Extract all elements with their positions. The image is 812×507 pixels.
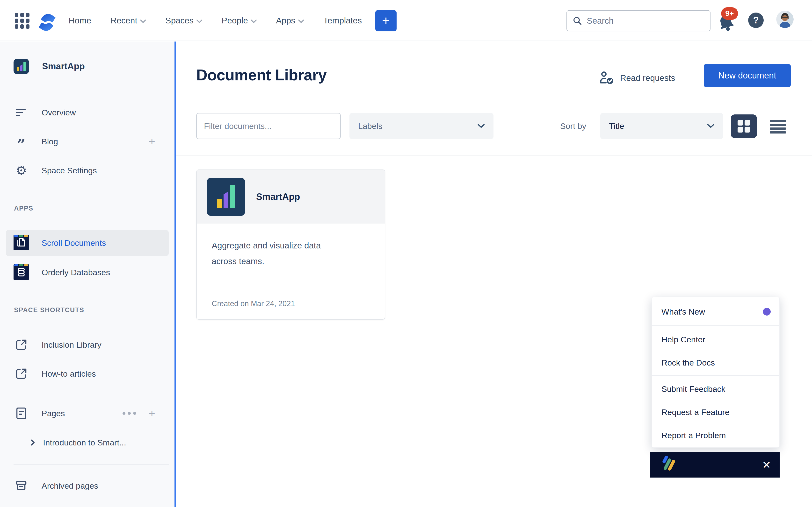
nav-spaces[interactable]: Spaces [165,16,202,25]
chevron-down-icon [298,19,304,23]
list-view-toggle[interactable] [770,120,786,133]
sort-by-label: Sort by [560,121,586,131]
external-link-icon [13,339,29,350]
primary-nav: Home Recent Spaces People Apps Templates [69,0,362,41]
filter-documents-input[interactable] [196,113,341,139]
document-card-body: Aggregate and visualize data across team… [197,224,385,320]
scroll-documents-icon [13,235,29,251]
nav-apps-label: Apps [276,16,295,25]
promo-banner: ✕ [650,452,779,477]
menu-item-request-a-feature[interactable]: Request a Feature [652,400,779,424]
sidebar-item-label: Blog [42,137,58,146]
document-title: SmartApp [256,192,300,202]
sidebar-item-blog[interactable]: ” Blog + [0,133,174,150]
search-icon [573,16,582,25]
chevron-down-icon [251,19,257,23]
create-button[interactable]: + [375,10,397,32]
new-indicator-dot [763,308,771,316]
close-icon[interactable]: ✕ [760,459,773,471]
sidebar-item-orderly-databases[interactable]: Orderly Databases [6,260,169,285]
chevron-down-icon [477,124,485,128]
labels-filter-dropdown[interactable]: Labels [349,113,494,139]
read-requests-button[interactable]: Read requests [600,69,675,87]
sidebar-item-howto-articles[interactable]: How-to articles [0,365,174,382]
read-requests-label: Read requests [620,73,675,83]
grid-view-icon [737,119,751,133]
nav-home[interactable]: Home [69,16,91,25]
help-menu-section: Submit Feedback Request a Feature Report… [652,376,779,447]
search-input[interactable] [587,16,698,25]
user-avatar[interactable] [776,11,794,28]
sidebar-item-label: Inclusion Library [42,340,101,350]
menu-item-label: Help Center [661,335,705,344]
sort-value: Title [609,121,624,131]
menu-item-submit-feedback[interactable]: Submit Feedback [652,377,779,400]
menu-item-rock-the-docs[interactable]: Rock the Docs [652,351,779,374]
quote-icon: ” [13,133,29,150]
new-document-button[interactable]: New document [704,64,791,87]
orderly-databases-icon [13,264,29,281]
space-logo-icon [13,59,29,74]
space-name: SmartApp [42,61,85,71]
nav-recent[interactable]: Recent [110,16,146,25]
nav-recent-label: Recent [110,16,137,25]
sidebar-item-pages[interactable]: Pages + [0,405,174,422]
document-description: Aggregate and visualize data across team… [212,237,347,269]
confluence-app: Home Recent Spaces People Apps Templates… [0,0,812,507]
archive-box-icon [13,481,29,491]
sidebar-item-label: Archived pages [42,481,98,491]
list-view-icon [770,120,786,122]
menu-item-label: Request a Feature [661,407,729,417]
sidebar-item-label: Overview [42,108,76,117]
sidebar-item-label: Orderly Databases [42,268,110,277]
add-blog-icon[interactable]: + [149,137,155,146]
sidebar-item-space-settings[interactable]: ⚙ Space Settings [0,162,174,179]
page-tree-item-label: Introduction to Smart... [43,438,126,447]
nav-templates-label: Templates [323,16,362,25]
avatar-photo [776,11,794,28]
help-menu-section: What's New [652,297,779,326]
notifications-button[interactable]: 9+ [717,7,742,33]
menu-item-whats-new[interactable]: What's New [652,300,779,324]
sidebar-divider [13,464,169,465]
sidebar-resize-divider[interactable] [174,42,176,507]
document-app-icon [207,178,245,216]
confluence-logo-icon[interactable] [35,9,58,32]
page-tree-item[interactable]: Introduction to Smart... [0,434,174,451]
sidebar-item-label: Scroll Documents [42,238,106,248]
menu-item-report-a-problem[interactable]: Report a Problem [652,424,779,447]
nav-spaces-label: Spaces [165,16,194,25]
sidebar-item-archived-pages[interactable]: Archived pages [0,477,174,495]
nav-home-label: Home [69,16,91,25]
more-options-icon[interactable] [122,412,136,415]
sort-dropdown[interactable]: Title [600,113,723,139]
help-popup-menu: What's New Help Center Rock the Docs Sub… [652,297,779,448]
nav-templates[interactable]: Templates [323,16,362,25]
app-switcher-icon[interactable] [13,12,31,30]
k15t-logo-icon [658,456,678,474]
page-title: Document Library [196,66,327,84]
nav-apps[interactable]: Apps [276,16,304,25]
labels-filter-value: Labels [358,121,382,131]
chevron-down-icon [707,124,714,128]
sidebar-item-scroll-documents[interactable]: Scroll Documents [6,230,169,256]
sidebar-item-inclusion-library[interactable]: Inclusion Library [0,336,174,353]
plus-icon: + [382,11,390,31]
top-nav: Home Recent Spaces People Apps Templates… [0,0,812,41]
space-sidebar: SmartApp Overview ” Blog + ⚙ Space Setti… [0,42,174,507]
help-menu-section: Help Center Rock the Docs [652,326,779,376]
align-left-icon [13,109,29,116]
apps-section-header: APPS [14,205,33,212]
menu-item-label: Report a Problem [661,431,726,440]
add-page-icon[interactable]: + [149,408,155,418]
nav-people[interactable]: People [221,16,257,25]
grid-dots-icon [14,13,30,29]
sidebar-item-overview[interactable]: Overview [0,104,174,121]
help-button[interactable]: ? [748,12,764,28]
menu-item-help-center[interactable]: Help Center [652,328,779,351]
document-card[interactable]: SmartApp Aggregate and visualize data ac… [196,169,385,320]
grid-view-toggle[interactable] [731,114,757,138]
global-search[interactable] [566,10,711,32]
toolbar-divider [176,156,812,156]
space-header[interactable]: SmartApp [0,58,174,75]
